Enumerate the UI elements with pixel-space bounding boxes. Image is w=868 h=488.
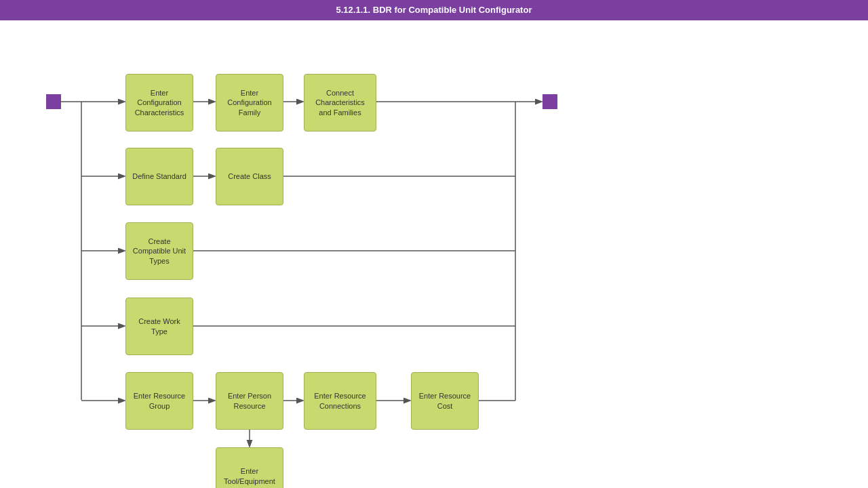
node-create-compatible-unit-types[interactable]: Create Compatible Unit Types	[125, 222, 193, 280]
node-connect-characteristics-families[interactable]: Connect Characteristics and Families	[304, 74, 376, 131]
node-enter-person-resource[interactable]: Enter Person Resource	[216, 372, 283, 430]
node-enter-resource-connections[interactable]: Enter Resource Connections	[304, 372, 376, 430]
node-enter-config-characteristics[interactable]: Enter Configuration Characteristics	[125, 74, 193, 131]
node-create-work-type[interactable]: Create Work Type	[125, 298, 193, 355]
node-enter-config-family[interactable]: Enter Configuration Family	[216, 74, 283, 131]
start-node	[46, 94, 61, 109]
node-create-class[interactable]: Create Class	[216, 148, 283, 205]
node-enter-resource-cost[interactable]: Enter Resource Cost	[411, 372, 479, 430]
page-header: 5.12.1.1. BDR for Compatible Unit Config…	[0, 0, 868, 20]
header-title: 5.12.1.1. BDR for Compatible Unit Config…	[336, 5, 532, 15]
node-enter-resource-group[interactable]: Enter Resource Group	[125, 372, 193, 430]
node-enter-tool-equipment[interactable]: Enter Tool/Equipment	[216, 447, 283, 488]
end-node	[542, 94, 557, 109]
node-define-standard[interactable]: Define Standard	[125, 148, 193, 205]
diagram-area: Enter Configuration Characteristics Ente…	[0, 20, 868, 488]
